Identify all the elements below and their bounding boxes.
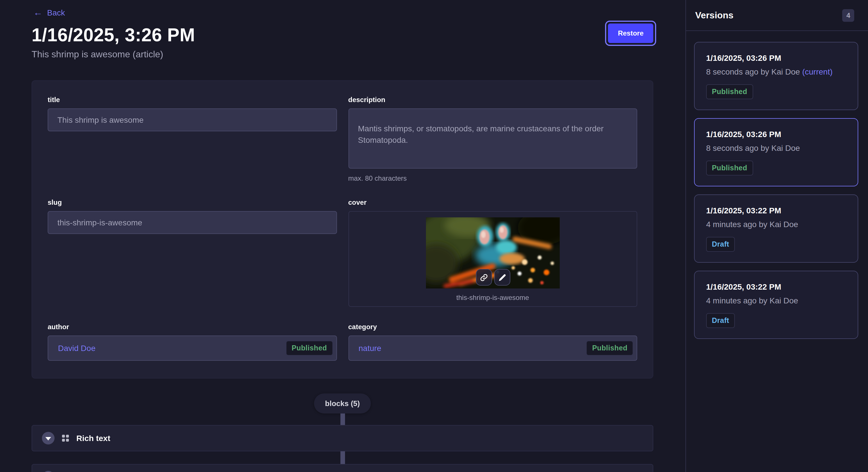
version-card-3[interactable]: 1/16/2025, 03:22 PM 4 minutes ago by Kai… bbox=[694, 194, 858, 263]
restore-button[interactable]: Restore bbox=[608, 24, 653, 43]
page-subtitle: This shrimp is awesome (article) bbox=[32, 49, 653, 60]
version-meta-text: 4 minutes ago by Kai Doe bbox=[706, 220, 798, 229]
cover-label: cover bbox=[348, 198, 637, 206]
version-meta-text: 8 seconds ago by Kai Doe bbox=[706, 143, 800, 153]
block-rich-text[interactable]: Rich text bbox=[32, 425, 653, 451]
version-card-1[interactable]: 1/16/2025, 03:26 PM 8 seconds ago by Kai… bbox=[694, 42, 858, 110]
field-title: title bbox=[48, 96, 337, 182]
field-description: description Mantis shrimps, or stomatopo… bbox=[348, 96, 637, 182]
version-timestamp: 1/16/2025, 03:22 PM bbox=[706, 206, 846, 215]
zone-connector bbox=[340, 451, 345, 464]
back-button[interactable]: ← Back bbox=[33, 8, 653, 17]
field-cover: cover bbox=[348, 198, 637, 307]
version-meta: 4 minutes ago by Kai Doe bbox=[706, 220, 846, 229]
edit-image-button[interactable] bbox=[494, 269, 510, 285]
title-label: title bbox=[48, 96, 337, 104]
back-arrow-icon: ← bbox=[33, 8, 42, 17]
versions-header: Versions 4 bbox=[686, 0, 868, 31]
category-relation: nature Published bbox=[348, 336, 637, 361]
slug-input[interactable] bbox=[48, 211, 337, 234]
versions-count-badge: 4 bbox=[842, 9, 854, 22]
cover-filename: this-shrimp-is-awesome bbox=[456, 294, 529, 302]
description-label: description bbox=[348, 96, 637, 104]
category-label: category bbox=[348, 323, 637, 331]
copy-link-button[interactable] bbox=[476, 269, 492, 285]
block-quote[interactable]: Quote - Thelonius Monk bbox=[32, 464, 653, 472]
version-current-tag: (current) bbox=[802, 67, 833, 76]
slug-label: slug bbox=[48, 198, 337, 206]
version-card-2[interactable]: 1/16/2025, 03:26 PM 8 seconds ago by Kai… bbox=[694, 118, 858, 187]
field-category: category nature Published bbox=[348, 323, 637, 361]
author-link[interactable]: David Doe bbox=[58, 343, 96, 353]
page-title: 1/16/2025, 3:26 PM bbox=[32, 25, 653, 46]
drag-handle-icon[interactable] bbox=[62, 435, 69, 442]
back-link-label[interactable]: Back bbox=[47, 8, 65, 17]
version-list: 1/16/2025, 03:26 PM 8 seconds ago by Kai… bbox=[686, 31, 868, 347]
category-status-badge: Published bbox=[586, 341, 633, 356]
version-history-page: ← Back 1/16/2025, 3:26 PM This shrimp is… bbox=[0, 0, 868, 472]
version-timestamp: 1/16/2025, 03:22 PM bbox=[706, 282, 846, 291]
link-icon bbox=[480, 273, 488, 281]
versions-sidebar: Versions 4 1/16/2025, 03:26 PM 8 seconds… bbox=[685, 0, 868, 472]
description-hint: max. 80 characters bbox=[348, 174, 637, 182]
category-link[interactable]: nature bbox=[359, 343, 381, 353]
block-title: Rich text bbox=[76, 434, 110, 443]
pencil-icon bbox=[498, 273, 506, 281]
cover-image bbox=[426, 217, 560, 289]
version-status-badge: Published bbox=[706, 84, 753, 99]
version-status-badge: Draft bbox=[706, 237, 735, 252]
chevron-down-icon bbox=[45, 437, 51, 440]
version-meta: 8 seconds ago by Kai Doe bbox=[706, 143, 846, 153]
expand-block-button[interactable] bbox=[42, 471, 55, 472]
restore-button-focus-ring: Restore bbox=[606, 21, 656, 46]
cover-media-card: this-shrimp-is-awesome bbox=[348, 211, 637, 307]
versions-title: Versions bbox=[695, 10, 733, 20]
author-label: author bbox=[48, 323, 337, 331]
author-status-badge: Published bbox=[286, 341, 333, 356]
title-input[interactable] bbox=[48, 108, 337, 131]
cover-actions bbox=[476, 269, 510, 285]
blocks-zone: blocks (5) Rich text Quote - Thelonius M… bbox=[32, 394, 653, 472]
version-timestamp: 1/16/2025, 03:26 PM bbox=[706, 53, 846, 63]
description-textarea[interactable]: Mantis shrimps, or stomatopods, are mari… bbox=[348, 108, 637, 169]
field-slug: slug bbox=[48, 198, 337, 307]
version-meta: 8 seconds ago by Kai Doe (current) bbox=[706, 67, 846, 76]
field-author: author David Doe Published bbox=[48, 323, 337, 361]
version-status-badge: Draft bbox=[706, 313, 735, 328]
version-meta-text: 4 minutes ago by Kai Doe bbox=[706, 296, 798, 305]
blocks-count-pill: blocks (5) bbox=[314, 394, 371, 413]
author-relation: David Doe Published bbox=[48, 336, 337, 361]
version-meta: 4 minutes ago by Kai Doe bbox=[706, 296, 846, 305]
version-timestamp: 1/16/2025, 03:26 PM bbox=[706, 130, 846, 139]
version-meta-text: 8 seconds ago by Kai Doe bbox=[706, 67, 800, 76]
version-card-4[interactable]: 1/16/2025, 03:22 PM 4 minutes ago by Kai… bbox=[694, 271, 858, 339]
expand-block-button[interactable] bbox=[42, 432, 55, 444]
version-status-badge: Published bbox=[706, 161, 753, 175]
main-content: ← Back 1/16/2025, 3:26 PM This shrimp is… bbox=[0, 0, 685, 472]
zone-connector bbox=[340, 413, 345, 425]
version-form-card: title description Mantis shrimps, or sto… bbox=[32, 80, 653, 378]
